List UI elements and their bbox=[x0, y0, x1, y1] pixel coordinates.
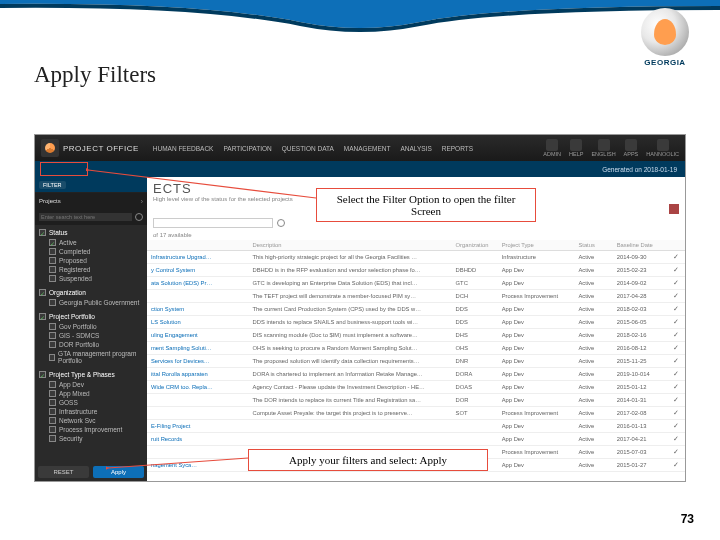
cell-org bbox=[452, 251, 498, 264]
table-row[interactable]: Services for Devices…The proposed soluti… bbox=[147, 355, 685, 368]
table-row[interactable]: The DOR intends to replace its current T… bbox=[147, 394, 685, 407]
slide-title: Apply Filters bbox=[34, 62, 156, 88]
help-icon[interactable] bbox=[570, 139, 582, 151]
checkbox-icon[interactable] bbox=[49, 248, 56, 255]
apps-icon[interactable] bbox=[625, 139, 637, 151]
checkbox-icon[interactable] bbox=[49, 341, 56, 348]
table-row[interactable]: ruit RecordsApp DevActive2017-04-21✓ bbox=[147, 433, 685, 446]
check-icon: ✓ bbox=[669, 303, 685, 316]
checkbox-icon[interactable] bbox=[49, 275, 56, 282]
table-row[interactable]: The TEFT project will demonstrate a memb… bbox=[147, 290, 685, 303]
table-row[interactable]: y Control SystemDBHDD is in the RFP eval… bbox=[147, 264, 685, 277]
col-header[interactable]: Organization bbox=[452, 240, 498, 251]
table-header-row: Description Organization Project Type St… bbox=[147, 240, 685, 251]
cell-name[interactable] bbox=[147, 394, 249, 407]
checkbox-icon[interactable] bbox=[49, 266, 56, 273]
checkbox-icon[interactable] bbox=[49, 390, 56, 397]
cell-org: DOAS bbox=[452, 381, 498, 394]
nav-tab[interactable]: MANAGEMENT bbox=[344, 145, 391, 152]
table-row[interactable]: ittal Rorolla apparatenDORA is chartered… bbox=[147, 368, 685, 381]
apply-button[interactable]: Apply bbox=[93, 466, 144, 478]
checkbox-icon[interactable] bbox=[49, 435, 56, 442]
nav-tab[interactable]: PARTICIPATION bbox=[223, 145, 271, 152]
table-row[interactable]: Infrastructure Upgrad…This high-priority… bbox=[147, 251, 685, 264]
chevron-right-icon[interactable]: › bbox=[141, 198, 143, 205]
checkbox-icon[interactable] bbox=[49, 399, 56, 406]
checkbox-icon[interactable] bbox=[49, 408, 56, 415]
col-header[interactable]: Description bbox=[249, 240, 452, 251]
checkbox-icon[interactable] bbox=[49, 381, 56, 388]
table-row[interactable]: Compute Asset Preyale: the target this p… bbox=[147, 407, 685, 420]
checkbox-icon[interactable] bbox=[49, 323, 56, 330]
cell-org: DORA bbox=[452, 368, 498, 381]
checkbox-icon[interactable] bbox=[49, 299, 56, 306]
check-icon: ✓ bbox=[669, 407, 685, 420]
cell-type: Process Improvement bbox=[498, 446, 575, 459]
nav-tab[interactable]: REPORTS bbox=[442, 145, 473, 152]
cell-name[interactable]: Wide CRM too. Repla… bbox=[147, 381, 249, 394]
checkbox-icon[interactable] bbox=[39, 313, 46, 320]
language-icon[interactable] bbox=[598, 139, 610, 151]
nav-tab[interactable]: ANALYSIS bbox=[400, 145, 431, 152]
search-icon[interactable] bbox=[277, 219, 285, 227]
table-row[interactable]: ction SystemThe current Card Production … bbox=[147, 303, 685, 316]
cell-date: 2014-09-02 bbox=[613, 277, 669, 290]
header-right: ADMIN HELP ENGLISH APPS HANNOOLIC bbox=[543, 139, 679, 157]
table-row[interactable]: E-Filing ProjectApp DevActive2016-01-13✓ bbox=[147, 420, 685, 433]
cell-name[interactable]: ata Solution (EDS) Pr… bbox=[147, 277, 249, 290]
table-row[interactable]: ata Solution (EDS) Pr…GTC is developing … bbox=[147, 277, 685, 290]
checkbox-icon[interactable] bbox=[39, 289, 46, 296]
cell-name[interactable] bbox=[147, 446, 249, 459]
table-row[interactable]: LS SolutionDDS intends to replace SNAILS… bbox=[147, 316, 685, 329]
cell-name[interactable] bbox=[147, 407, 249, 420]
cell-name[interactable]: ment Sampling Soluti… bbox=[147, 342, 249, 355]
checkbox-icon[interactable] bbox=[49, 239, 56, 246]
cell-name[interactable]: ruit Records bbox=[147, 433, 249, 446]
check-icon: ✓ bbox=[669, 342, 685, 355]
cell-name[interactable]: nagement Syca… bbox=[147, 459, 249, 472]
nav-tab[interactable]: QUESTION DATA bbox=[282, 145, 334, 152]
check-icon: ✓ bbox=[669, 459, 685, 472]
checkbox-icon[interactable] bbox=[49, 417, 56, 424]
result-count: of 17 available bbox=[147, 230, 685, 240]
filter-item: GOSS bbox=[39, 398, 143, 407]
nav-tabs: HUMAN FEEDBACK PARTICIPATION QUESTION DA… bbox=[153, 145, 473, 152]
col-header[interactable] bbox=[147, 240, 249, 251]
table-row[interactable]: ment Sampling Soluti…OHS is seeking to p… bbox=[147, 342, 685, 355]
checkbox-icon[interactable] bbox=[49, 426, 56, 433]
filter-button[interactable]: FILTER bbox=[39, 181, 66, 189]
reset-button[interactable]: RESET bbox=[38, 466, 89, 478]
checkbox-icon[interactable] bbox=[49, 354, 55, 361]
checkbox-icon[interactable] bbox=[39, 371, 46, 378]
checkbox-icon[interactable] bbox=[49, 332, 56, 339]
filter-item: Registered bbox=[39, 265, 143, 274]
cell-desc: The current Card Production System (CPS)… bbox=[249, 303, 452, 316]
cell-name[interactable]: LS Solution bbox=[147, 316, 249, 329]
cell-name[interactable]: ittal Rorolla apparaten bbox=[147, 368, 249, 381]
cell-name[interactable]: E-Filing Project bbox=[147, 420, 249, 433]
user-icon[interactable] bbox=[657, 139, 669, 151]
sidebar-search-input[interactable] bbox=[39, 213, 132, 221]
cell-name[interactable]: Services for Devices… bbox=[147, 355, 249, 368]
checkbox-icon[interactable] bbox=[39, 229, 46, 236]
col-header[interactable]: Project Type bbox=[498, 240, 575, 251]
admin-icon[interactable] bbox=[546, 139, 558, 151]
table-row[interactable]: uling EngagementDIS scanning module (Doc… bbox=[147, 329, 685, 342]
table-row[interactable]: Wide CRM too. Repla…Agency Contact - Ple… bbox=[147, 381, 685, 394]
cell-type: App Dev bbox=[498, 459, 575, 472]
cell-name[interactable] bbox=[147, 290, 249, 303]
cell-name[interactable]: y Control System bbox=[147, 264, 249, 277]
checkbox-icon[interactable] bbox=[49, 257, 56, 264]
table-search-input[interactable] bbox=[153, 218, 273, 228]
search-icon[interactable] bbox=[135, 213, 143, 221]
cell-type: Process Improvement bbox=[498, 407, 575, 420]
export-pdf-icon[interactable] bbox=[669, 204, 679, 214]
cell-name[interactable]: Infrastructure Upgrad… bbox=[147, 251, 249, 264]
col-header[interactable]: Baseline Date bbox=[613, 240, 669, 251]
nav-tab[interactable]: HUMAN FEEDBACK bbox=[153, 145, 214, 152]
section-organization: Organization bbox=[39, 287, 143, 298]
col-header[interactable]: Status bbox=[574, 240, 612, 251]
filter-item: Proposed bbox=[39, 256, 143, 265]
cell-name[interactable]: ction System bbox=[147, 303, 249, 316]
cell-name[interactable]: uling Engagement bbox=[147, 329, 249, 342]
